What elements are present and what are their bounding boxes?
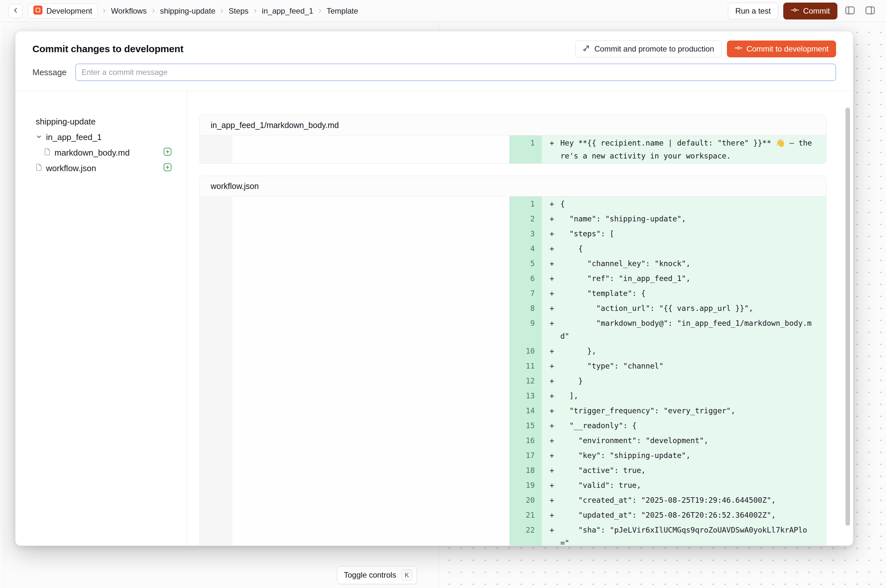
chevron-down-icon bbox=[36, 132, 42, 142]
diff-card: in_app_feed_1/markdown_body.md1+Hey **{{… bbox=[199, 115, 826, 164]
diff-card-body: 1+{2+ "name": "shipping-update",3+ "step… bbox=[199, 196, 826, 546]
diff-panel: in_app_feed_1/markdown_body.md1+Hey **{{… bbox=[187, 91, 853, 546]
commit-modal: Commit changes to development Commit and… bbox=[15, 31, 853, 546]
run-test-label: Run a test bbox=[735, 6, 771, 15]
diff-added-icon[interactable] bbox=[163, 163, 172, 174]
diff-added-sign: + bbox=[550, 374, 554, 387]
diff-old-content bbox=[232, 196, 510, 212]
breadcrumb-item-steps[interactable]: Steps bbox=[228, 6, 248, 15]
diff-card: workflow.json1+{2+ "name": "shipping-upd… bbox=[199, 176, 826, 546]
diff-new-content: + "__readonly": { bbox=[542, 418, 826, 433]
diff-old-gutter bbox=[199, 403, 232, 418]
diff-old-gutter bbox=[199, 433, 232, 448]
diff-old-gutter bbox=[199, 358, 232, 374]
diff-added-sign: + bbox=[550, 494, 554, 507]
diff-new-content: + "ref": "in_app_feed_1", bbox=[542, 271, 826, 286]
modal-scrollbar-thumb[interactable] bbox=[846, 108, 850, 526]
diff-new-content: + "steps": [ bbox=[542, 226, 826, 241]
diff-added-sign: + bbox=[550, 302, 554, 315]
diff-added-icon[interactable] bbox=[163, 147, 172, 158]
diff-old-content bbox=[232, 374, 510, 388]
diff-new-content: + "channel_key": "knock", bbox=[542, 256, 826, 271]
breadcrumb: Development Workflowsshipping-updateStep… bbox=[28, 4, 358, 18]
diff-new-content: + "template": { bbox=[542, 286, 826, 301]
diff-new-content: + "key": "shipping-update", bbox=[542, 448, 826, 463]
commit-modal-body: shipping-updatein_app_feed_1markdown_bod… bbox=[15, 91, 853, 546]
environment-icon bbox=[33, 6, 42, 16]
chevron-right-icon bbox=[219, 8, 224, 13]
tree-item-workflow-json[interactable]: workflow.json bbox=[36, 160, 172, 176]
toggle-left-panel-button[interactable] bbox=[843, 4, 858, 18]
file-icon bbox=[44, 148, 51, 158]
diff-new-line-number: 6 bbox=[510, 271, 542, 286]
diff-file-name: in_app_feed_1/markdown_body.md bbox=[199, 115, 826, 135]
run-test-button[interactable]: Run a test bbox=[728, 3, 778, 20]
chevron-right-icon bbox=[318, 8, 322, 13]
commit-to-development-button[interactable]: Commit to development bbox=[727, 40, 836, 57]
diff-old-gutter bbox=[199, 522, 232, 546]
diff-old-content bbox=[232, 271, 510, 286]
commit-and-promote-label: Commit and promote to production bbox=[594, 44, 714, 54]
diff-new-line-number: 2 bbox=[510, 212, 542, 226]
diff-old-content bbox=[232, 316, 510, 344]
diff-added-sign: + bbox=[550, 419, 554, 432]
diff-old-content bbox=[232, 478, 510, 493]
diff-old-content bbox=[232, 358, 510, 374]
diff-new-line-number: 8 bbox=[510, 301, 542, 316]
diff-old-gutter bbox=[199, 448, 232, 463]
diff-line: 12+ } bbox=[199, 374, 826, 388]
breadcrumb-item-in-app-feed-1[interactable]: in_app_feed_1 bbox=[262, 6, 313, 15]
diff-old-gutter bbox=[199, 301, 232, 316]
toggle-right-panel-button[interactable] bbox=[863, 4, 878, 18]
diff-added-sign: + bbox=[550, 197, 554, 210]
diff-new-content: +{ bbox=[542, 196, 826, 212]
tree-item-in-app-feed-1[interactable]: in_app_feed_1 bbox=[36, 129, 172, 145]
diff-new-line-number: 16 bbox=[510, 433, 542, 448]
breadcrumb-item-workflows[interactable]: Workflows bbox=[111, 6, 147, 15]
diff-line: 1+{ bbox=[199, 196, 826, 212]
diff-added-sign: + bbox=[550, 345, 554, 357]
breadcrumb-item-template[interactable]: Template bbox=[327, 6, 358, 15]
back-button[interactable] bbox=[8, 4, 23, 18]
tree-root-shipping-update[interactable]: shipping-update bbox=[36, 114, 172, 129]
diff-line: 21+ "updated_at": "2025-08-26T20:26:52.3… bbox=[199, 508, 826, 522]
diff-added-sign: + bbox=[550, 524, 554, 537]
diff-new-line-number: 7 bbox=[510, 286, 542, 301]
diff-line: 4+ { bbox=[199, 241, 826, 256]
breadcrumb-item-shipping-update[interactable]: shipping-update bbox=[160, 6, 216, 15]
diff-added-sign: + bbox=[550, 136, 554, 149]
diff-line: 17+ "key": "shipping-update", bbox=[199, 448, 826, 463]
file-icon bbox=[36, 164, 42, 173]
diff-old-gutter bbox=[199, 478, 232, 493]
diff-new-content: + "trigger_frequency": "every_trigger", bbox=[542, 403, 826, 418]
tree-item-markdown-body-md[interactable]: markdown_body.md bbox=[36, 145, 172, 160]
tree-item-label: in_app_feed_1 bbox=[46, 132, 102, 142]
breadcrumb-environment-pill[interactable]: Development bbox=[28, 4, 97, 18]
chevron-left-icon bbox=[12, 7, 19, 15]
diff-new-content: + "environment": "development", bbox=[542, 433, 826, 448]
diff-added-sign: + bbox=[550, 287, 554, 300]
chevron-right-icon bbox=[253, 8, 258, 13]
diff-new-content: + "created_at": "2025-08-25T19:29:46.644… bbox=[542, 493, 826, 508]
diff-line: 2+ "name": "shipping-update", bbox=[199, 212, 826, 226]
diff-new-line-number: 17 bbox=[510, 448, 542, 463]
commit-message-input[interactable] bbox=[75, 63, 837, 81]
diff-new-content: + "sha": "pJeLVir6xIlUCMGqs9qroZoUAVDSwA… bbox=[542, 522, 826, 546]
diff-new-content: + { bbox=[542, 241, 826, 256]
diff-old-content bbox=[232, 493, 510, 508]
commit-icon bbox=[791, 6, 799, 16]
diff-added-sign: + bbox=[550, 272, 554, 285]
diff-new-content: + "updated_at": "2025-08-26T20:26:52.364… bbox=[542, 508, 826, 522]
diff-new-content: + "markdown_body@": "in_app_feed_1/markd… bbox=[542, 316, 826, 344]
diff-old-gutter bbox=[199, 418, 232, 433]
commit-and-promote-button[interactable]: Commit and promote to production bbox=[575, 40, 722, 57]
commit-button[interactable]: Commit bbox=[783, 3, 837, 20]
diff-old-content bbox=[232, 448, 510, 463]
panel-right-icon bbox=[865, 6, 875, 16]
topbar-actions: Run a test Commit bbox=[728, 3, 878, 20]
chevron-right-icon bbox=[151, 8, 156, 13]
toggle-controls-button[interactable]: Toggle controls K bbox=[337, 566, 417, 584]
diff-new-line-number: 10 bbox=[510, 344, 542, 358]
diff-new-content: +Hey **{{ recipient.name | default: "the… bbox=[542, 135, 826, 164]
diff-old-gutter bbox=[199, 493, 232, 508]
